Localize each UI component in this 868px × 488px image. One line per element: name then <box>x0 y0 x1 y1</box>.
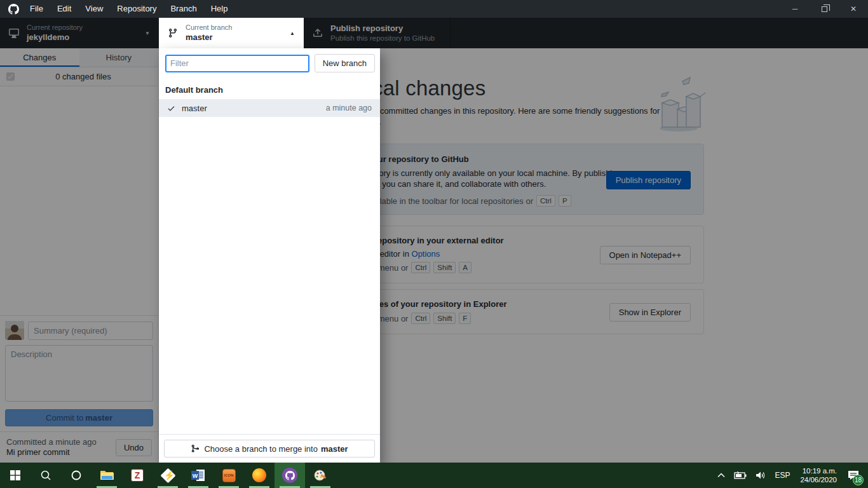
restore-button[interactable] <box>810 0 839 18</box>
branch-list-empty-space <box>159 117 380 434</box>
default-branch-header: Default branch <box>159 78 380 99</box>
branch-filter-input[interactable] <box>165 55 309 72</box>
menu-edit[interactable]: Edit <box>50 0 78 18</box>
battery-icon[interactable] <box>729 463 751 488</box>
github-desktop-icon[interactable] <box>275 463 305 488</box>
git-branch-icon <box>168 28 178 38</box>
current-branch-name: master <box>186 32 232 43</box>
system-tray: ESP 10:19 a.m. 24/06/2020 18 <box>713 463 868 488</box>
close-button[interactable]: ✕ <box>839 0 868 18</box>
branch-name: master <box>182 104 207 113</box>
firefox-icon[interactable] <box>244 463 275 488</box>
chevron-up-icon: ▲ <box>290 30 295 36</box>
cortana-icon[interactable] <box>61 463 92 488</box>
current-branch-button[interactable]: Current branch master ▲ <box>159 18 304 48</box>
menu-branch[interactable]: Branch <box>163 0 203 18</box>
word-icon[interactable]: W <box>183 463 214 488</box>
clock-time: 10:19 a.m. <box>800 466 837 475</box>
menu-help[interactable]: Help <box>204 0 235 18</box>
search-icon[interactable] <box>31 463 61 488</box>
menu-file[interactable]: File <box>23 0 50 18</box>
clock[interactable]: 10:19 a.m. 24/06/2020 <box>794 466 843 484</box>
paint-icon[interactable] <box>305 463 336 488</box>
branch-last-commit-time: a minute ago <box>326 104 372 112</box>
github-logo-icon <box>8 4 19 15</box>
check-icon <box>167 104 175 112</box>
taskbar: Z ⚡ W ICON ESP 10:19 a.m. 24/06/2020 <box>0 463 868 488</box>
zotero-icon[interactable]: Z <box>122 463 153 488</box>
volume-icon[interactable] <box>751 463 770 488</box>
merge-branch-button[interactable]: Choose a branch to merge into master <box>164 440 375 458</box>
branch-list-item-master[interactable]: master a minute ago <box>159 99 380 117</box>
modal-dim-overlay[interactable] <box>0 18 868 463</box>
language-indicator[interactable]: ESP <box>770 463 794 488</box>
clock-date: 24/06/2020 <box>800 475 837 484</box>
menu-view[interactable]: View <box>78 0 110 18</box>
icon-workshop-icon[interactable]: ICON <box>214 463 244 488</box>
tray-chevron-up-icon[interactable] <box>713 463 729 488</box>
current-branch-label: Current branch <box>186 24 232 32</box>
new-branch-button[interactable]: New branch <box>315 54 375 72</box>
restore-icon <box>822 6 827 12</box>
start-button[interactable] <box>0 463 31 488</box>
menu-repository[interactable]: Repository <box>110 0 163 18</box>
action-center-icon[interactable]: 18 <box>843 463 864 488</box>
notification-count-badge: 18 <box>853 475 864 485</box>
menubar: File Edit View Repository Branch Help <box>23 0 234 18</box>
svg-text:W: W <box>193 473 198 479</box>
titlebar: File Edit View Repository Branch Help ─ … <box>0 0 868 18</box>
merge-button-text: Choose a branch to merge into <box>204 444 318 454</box>
minimize-button[interactable]: ─ <box>780 0 810 18</box>
branch-dropdown: New branch Default branch master a minut… <box>159 48 380 463</box>
merge-button-branch: master <box>321 444 348 454</box>
file-explorer-icon[interactable] <box>92 463 122 488</box>
git-merge-icon <box>191 444 200 453</box>
winamp-icon[interactable]: ⚡ <box>153 463 183 488</box>
